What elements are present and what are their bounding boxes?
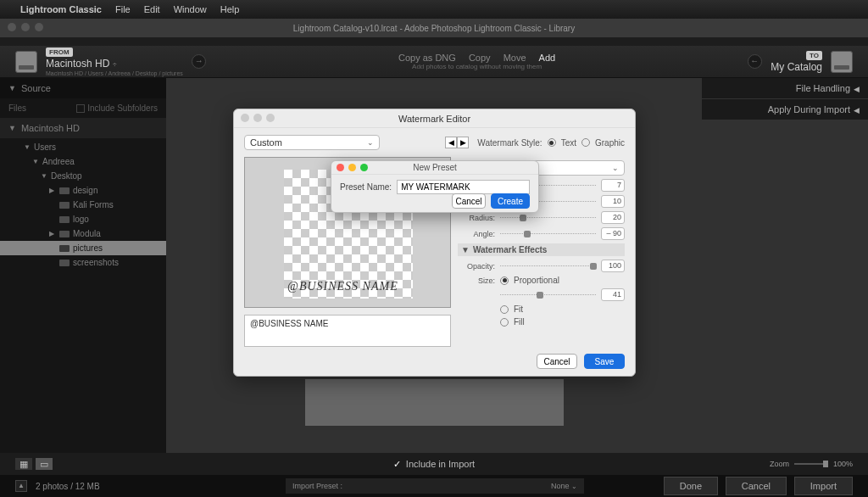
check-icon: ✓ xyxy=(393,459,401,470)
action-copy-dng[interactable]: Copy as DNG xyxy=(398,53,456,63)
window-titlebar: Lightroom Catalog-v10.lrcat - Adobe Phot… xyxy=(0,19,868,37)
catalog-icon xyxy=(831,51,853,73)
window-title: Lightroom Catalog-v10.lrcat - Adobe Phot… xyxy=(293,24,575,33)
hdd-icon xyxy=(15,51,37,73)
watermark-style-label: Watermark Style: xyxy=(477,138,542,148)
grid-toolbar: ▦ ▭ ✓Include in Import Zoom100% xyxy=(0,453,868,475)
import-topbar: FROM Macintosh HD ÷ Macintosh HD / Users… xyxy=(0,46,868,78)
include-in-import[interactable]: Include in Import xyxy=(406,459,475,469)
action-copy[interactable]: Copy xyxy=(469,53,491,63)
loupe-view-icon[interactable]: ▭ xyxy=(36,458,53,470)
menu-window[interactable]: Window xyxy=(174,4,207,14)
action-move[interactable]: Move xyxy=(504,53,526,63)
to-badge: TO xyxy=(806,51,822,60)
import-preset-bar[interactable]: Import Preset : None ⌄ xyxy=(286,478,584,494)
menu-app[interactable]: Lightroom Classic xyxy=(20,4,102,14)
status-bar: ▲ 2 photos / 12 MB Import Preset : None … xyxy=(0,475,868,497)
cancel-button[interactable]: Cancel xyxy=(726,477,787,495)
radio-graphic[interactable] xyxy=(581,138,590,147)
radio-fit[interactable] xyxy=(500,305,509,314)
source-advance-icon[interactable] xyxy=(192,54,206,69)
angle-slider[interactable] xyxy=(500,230,596,238)
source-disk[interactable]: Macintosh HD ÷ xyxy=(46,58,183,70)
dest-advance-icon[interactable] xyxy=(748,54,762,69)
zoom-slider[interactable] xyxy=(794,463,828,465)
action-subtitle: Add photos to catalog without moving the… xyxy=(393,63,560,70)
watermark-editor-title: Watermark Editor xyxy=(398,114,470,124)
preset-dropdown[interactable]: Custom⌄ xyxy=(244,135,380,150)
watermark-sample-text: @BUSINESS NAME xyxy=(287,280,398,293)
thumbnail-strip xyxy=(305,379,564,426)
source-path: Macintosh HD / Users / Andreea / Desktop… xyxy=(46,70,183,76)
radio-text[interactable] xyxy=(548,138,556,147)
grid-view-icon[interactable]: ▦ xyxy=(15,458,32,470)
watermark-editor-dialog: Watermark Editor Custom⌄ ◀▶ Watermark St… xyxy=(233,109,636,377)
preset-cancel-button[interactable]: Cancel xyxy=(452,193,486,209)
watermark-text-input[interactable]: @BUSINESS NAME xyxy=(244,315,451,347)
dest-catalog: My Catalog xyxy=(771,61,822,73)
photo-count: 2 photos / 12 MB xyxy=(36,482,100,491)
watermark-cancel-button[interactable]: Cancel xyxy=(537,354,577,369)
done-button[interactable]: Done xyxy=(664,477,718,495)
new-preset-dialog: New Preset Preset Name: Cancel Create xyxy=(331,160,539,213)
radius-slider[interactable] xyxy=(500,214,596,222)
watermark-save-button[interactable]: Save xyxy=(584,354,625,369)
from-badge: FROM xyxy=(46,47,73,57)
menu-file[interactable]: File xyxy=(115,4,131,14)
action-add[interactable]: Add xyxy=(539,53,556,63)
expand-icon[interactable]: ▲ xyxy=(15,480,27,492)
preset-name-label: Preset Name: xyxy=(340,182,392,192)
preview-nav[interactable]: ◀▶ xyxy=(445,137,469,148)
window-traffic-lights[interactable] xyxy=(8,23,43,31)
radio-proportional[interactable] xyxy=(500,276,509,285)
menu-help[interactable]: Help xyxy=(220,4,240,14)
import-button[interactable]: Import xyxy=(794,477,853,495)
size-slider[interactable] xyxy=(500,291,596,299)
menu-edit[interactable]: Edit xyxy=(144,4,160,14)
apply-during-import-panel[interactable]: Apply During Import◀ xyxy=(702,99,868,120)
file-handling-panel[interactable]: File Handling◀ xyxy=(702,78,868,99)
preset-create-button[interactable]: Create xyxy=(491,193,530,209)
watermark-effects-header[interactable]: ▼Watermark Effects xyxy=(458,243,625,256)
new-preset-title: New Preset xyxy=(413,163,457,172)
opacity-slider[interactable] xyxy=(500,262,596,271)
radio-fill[interactable] xyxy=(500,318,509,327)
macos-menubar: Lightroom Classic File Edit Window Help xyxy=(0,0,868,19)
preset-name-input[interactable] xyxy=(397,180,530,194)
